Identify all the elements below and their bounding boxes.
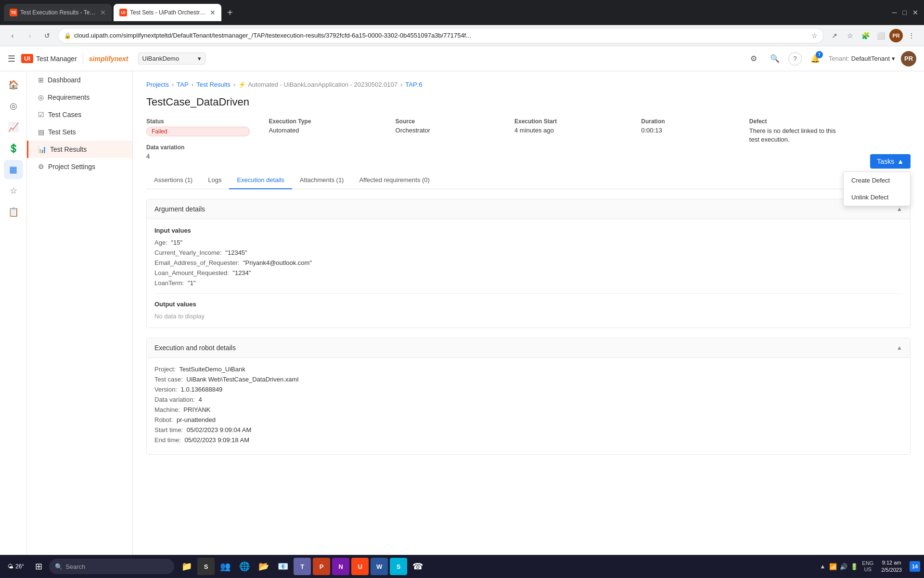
nav-label-test-sets: Test Sets [48,128,76,136]
nav-icon-dashboard: ⊞ [38,76,44,84]
sidebar-item-home[interactable]: 🏠 [4,75,23,94]
argument-details-collapse-icon: ▲ [897,206,902,212]
main-content: Projects › TAP › Test Results › ⚡ Automa… [133,71,924,578]
address-bar[interactable]: 🔒 cloud.uipath.com/simplifynextpteltd/De… [58,28,824,43]
sidebar-item-reports[interactable]: 📋 [4,202,23,222]
hamburger-menu-icon[interactable]: ☰ [8,53,15,64]
tab-affected-requirements[interactable]: Affected requirements (0) [351,171,437,189]
tab-attachments[interactable]: Attachments (1) [292,171,352,189]
browser-menu-button[interactable]: ⋮ [905,29,918,42]
execution-type-label: Execution Type [269,118,376,125]
tab-assertions[interactable]: Assertions (1) [146,171,200,189]
nav-item-test-cases[interactable]: ☑ Test Cases [27,106,132,123]
breadcrumb-tap6[interactable]: TAP:6 [405,81,422,88]
notifications-button[interactable]: 🔔 7 [808,51,823,66]
input-email-label: Email_Address_of_Requester: [154,259,239,266]
nav-label-project-settings: Project Settings [48,163,95,171]
taskbar-search-bar[interactable]: 🔍 Search [49,559,174,574]
nav-item-project-settings[interactable]: ⚙ Project Settings [27,158,132,175]
browser-profile-button[interactable]: PR [889,29,903,42]
breadcrumb-projects[interactable]: Projects [146,81,169,88]
extensions-button[interactable]: 🧩 [859,29,872,42]
sidebar-item-analytics[interactable]: 📈 [4,118,23,137]
tab1-close[interactable]: ✕ [100,9,106,16]
exec-version-label: Version: [154,386,177,393]
back-button[interactable]: ‹ [6,29,19,42]
new-tab-button[interactable]: + [223,7,237,18]
forward-button[interactable]: › [23,29,37,42]
taskbar-app-outlook[interactable]: 📧 [274,558,292,575]
breadcrumb-sep4: › [400,81,402,88]
notification-count-badge: 7 [816,51,823,58]
taskbar-app-word[interactable]: W [371,558,388,575]
settings-button[interactable]: ⚙ [746,51,761,66]
taskbar-right-area: ▲ 📶 🔊 🔋 ENGUS 9:12 am 2/5/2023 14 [820,557,920,576]
taskbar-app-teams2[interactable]: T [294,558,311,575]
taskbar-app-chrome[interactable]: 🌐 [236,558,253,575]
argument-details-header[interactable]: Argument details ▲ [147,199,910,219]
taskbar-app-snagit[interactable]: S [390,558,407,575]
taskbar-battery-icon[interactable]: 🔋 [850,563,858,570]
taskbar-app-folder[interactable]: 📂 [255,558,272,575]
browser-chrome: TE Test Execution Results - Test Man... … [0,0,924,25]
maximize-button[interactable]: □ [901,7,909,18]
taskbar-app-simplify[interactable]: S [197,558,215,575]
taskbar-app-teams1[interactable]: 👥 [217,558,234,575]
bookmark-add-button[interactable]: ☆ [843,29,857,42]
unlink-defect-option[interactable]: Unlink Defect [844,189,910,206]
breadcrumb-tap[interactable]: TAP [177,81,188,88]
taskbar-clock[interactable]: 9:12 am 2/5/2023 [877,557,906,576]
tenant-selector[interactable]: UiBankDemo ▾ [138,53,205,65]
taskbar-notification-center[interactable]: 14 [910,561,920,572]
taskbar-chevron-up[interactable]: ▲ [820,563,825,570]
minimize-button[interactable]: ─ [890,7,899,18]
breadcrumb-test-results[interactable]: Test Results [196,81,231,88]
tab2-close[interactable]: ✕ [210,9,216,16]
create-defect-option[interactable]: Create Defect [844,172,910,189]
taskbar-network-icon[interactable]: 📶 [829,563,837,570]
execution-robot-header[interactable]: Execution and robot details ▲ [147,338,910,358]
breadcrumb-execution[interactable]: ⚡ Automated - UiBankLoanApplication - 20… [238,81,398,88]
reload-button[interactable]: ↺ [40,29,54,42]
nav-icon-test-cases: ☑ [38,111,44,118]
nav-item-test-results[interactable]: 📊 Test Results [27,141,132,158]
tab-logs[interactable]: Logs [200,171,229,189]
nav-item-dashboard[interactable]: ⊞ Dashboard [27,71,132,89]
sidebar-item-requirements[interactable]: ◎ [4,96,23,116]
tab-execution-details[interactable]: Execution details [229,171,292,189]
exec-robot-row: Robot: pr-unattended [154,416,902,423]
sidebar-item-test-results[interactable]: ▦ [4,160,23,179]
taskbar-app-files[interactable]: 📁 [178,558,195,575]
taskbar-lang[interactable]: ENGUS [862,560,873,573]
user-avatar[interactable]: PR [901,51,916,66]
weather-icon: 🌤 [8,563,13,570]
input-age-row: Age: "15" [154,239,902,246]
exec-datavariation-label: Data variation: [154,396,195,403]
exec-endtime-label: End time: [154,436,181,444]
exec-testcase-label: Test case: [154,376,183,383]
tenant-dropdown-caret-icon[interactable]: ▾ [892,55,895,62]
sidebar-item-finance[interactable]: 💲 [4,139,23,158]
taskbar-app-phone[interactable]: ☎ [409,558,426,575]
sidebar-item-star[interactable]: ☆ [4,181,23,200]
split-view-button[interactable]: ⬜ [874,29,887,42]
nav-item-test-sets[interactable]: ▤ Test Sets [27,123,132,141]
start-button[interactable]: ⊞ [30,558,47,575]
close-window-button[interactable]: ✕ [911,7,920,18]
taskbar-app-powerpoint[interactable]: P [313,558,330,575]
help-button[interactable]: ? [788,52,802,66]
taskbar-app-uipath[interactable]: U [351,558,369,575]
bookmark-icon[interactable]: ☆ [811,32,818,39]
tenant-label: Tenant: [829,55,849,62]
taskbar-app-onenote[interactable]: N [332,558,349,575]
tasks-button[interactable]: Tasks ▲ [870,154,911,169]
exec-machine-label: Machine: [154,406,180,413]
browser-tab-2[interactable]: UI Test Sets - UiPath Orchestrator ✕ [114,4,221,21]
browser-tab-1[interactable]: TE Test Execution Results - Test Man... … [4,4,112,21]
search-button[interactable]: 🔍 [767,51,783,66]
tasks-button-container: Tasks ▲ Create Defect Unlink Defect [870,154,911,169]
share-button[interactable]: ↗ [828,29,841,42]
nav-item-requirements[interactable]: ◎ Requirements [27,89,132,106]
nav-label-dashboard: Dashboard [48,76,81,84]
taskbar-volume-icon[interactable]: 🔊 [840,563,847,570]
